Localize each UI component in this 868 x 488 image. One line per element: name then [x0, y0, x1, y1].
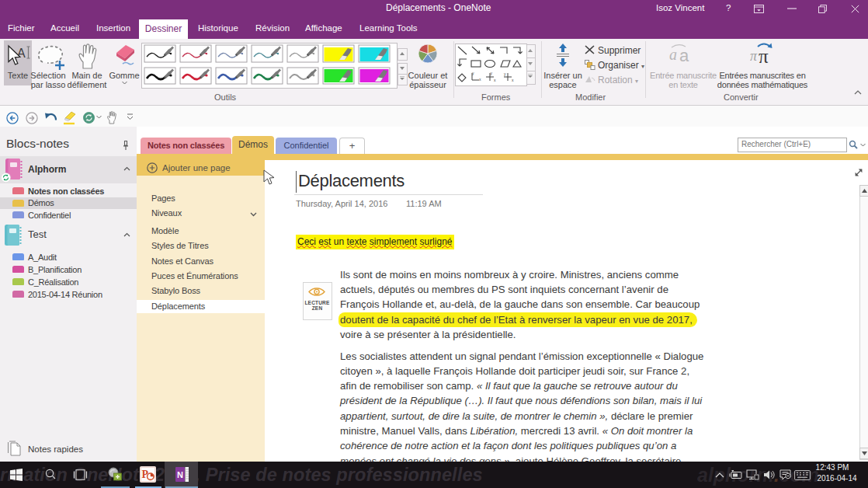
svg-text:x: x	[479, 77, 481, 82]
svg-text:A: A	[17, 47, 26, 60]
svg-text:y: y	[472, 71, 474, 75]
svg-text:x: x	[512, 78, 514, 82]
svg-text:π: π	[759, 46, 769, 64]
svg-text:π: π	[750, 48, 758, 64]
svg-text:N: N	[177, 470, 183, 479]
svg-text:x: x	[494, 78, 496, 82]
svg-text:y: y	[504, 71, 506, 76]
svg-text:y: y	[491, 71, 493, 75]
svg-text:a: a	[679, 46, 689, 64]
svg-text:a: a	[669, 46, 677, 63]
